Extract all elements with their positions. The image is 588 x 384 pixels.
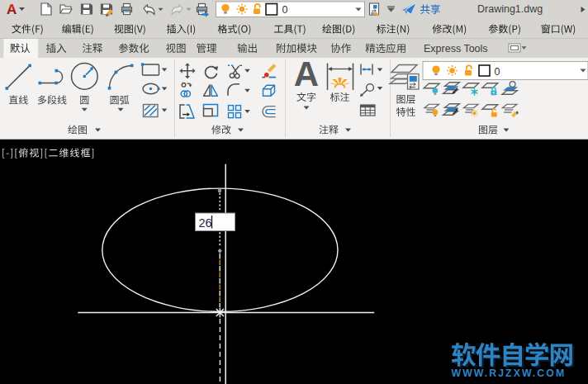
svg-text:A: A — [7, 2, 17, 17]
svg-text:Drawing1.dwg: Drawing1.dwg — [477, 3, 543, 15]
svg-text:26: 26 — [199, 216, 212, 230]
svg-text:Express Tools: Express Tools — [424, 43, 488, 55]
svg-text:0: 0 — [282, 4, 288, 16]
svg-text:WWW.RJZXW.COM: WWW.RJZXW.COM — [452, 367, 567, 379]
svg-text:0: 0 — [495, 66, 500, 78]
svg-text:A: A — [294, 55, 319, 93]
